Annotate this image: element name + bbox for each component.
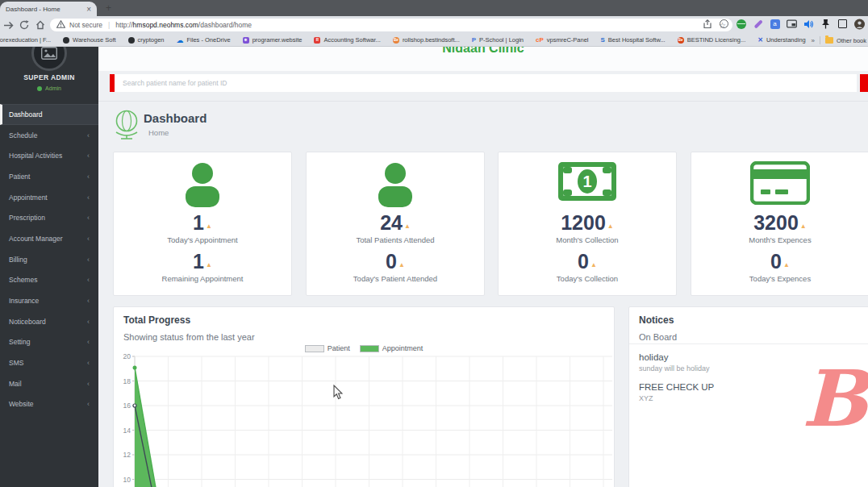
sidebar-item-schemes[interactable]: Schemes‹ [0, 270, 98, 291]
notice-description: XYZ [639, 394, 714, 402]
triangle-up-icon: ▲ [590, 261, 597, 268]
notice-title: holiday [639, 352, 710, 362]
bookmark-item[interactable]: BeBESTIND Licensing... [678, 36, 746, 44]
online-status-dot [37, 86, 42, 91]
breadcrumb: Home [148, 128, 169, 137]
bookmark-item[interactable]: RAccounting Softwar... [314, 36, 380, 44]
stat-label: Month's Collection [499, 235, 676, 244]
chevron-left-icon: ‹ [87, 214, 90, 222]
bookmark-item[interactable]: SBest Hospital Softw... [600, 36, 665, 44]
sidebar-item-noticeboard[interactable]: Noticeboard‹ [0, 311, 98, 332]
sidebar-item-account-manager[interactable]: Account Manager‹ [0, 228, 98, 249]
sidebar-item-mail[interactable]: Mail‹ [0, 373, 98, 394]
sidebar-item-sms[interactable]: SMS‹ [0, 352, 98, 373]
favicon: P [472, 36, 476, 44]
bookmark-item[interactable]: cryptogen [128, 36, 165, 44]
sidebar-item-dashboard[interactable]: Dashboard [0, 104, 98, 125]
chevron-left-icon: ‹ [87, 152, 90, 160]
sidebar-item-insurance[interactable]: Insurance‹ [0, 290, 98, 311]
circle-extension-icon[interactable] [719, 19, 729, 29]
sidebar: SUPER ADMIN Admin DashboardSchedule‹Hosp… [0, 47, 98, 487]
tab-title: Dashboard - Home [6, 6, 61, 13]
other-bookmarks[interactable]: Other book [825, 37, 866, 44]
bookmark-item[interactable]: ☁Files - OneDrive [177, 36, 231, 44]
notices-subtitle: On Board [639, 332, 677, 342]
reload-icon[interactable] [16, 20, 32, 30]
stat-value: 0 [770, 250, 782, 273]
triangle-up-icon: ▲ [404, 223, 411, 230]
sidebar-item-appointment[interactable]: Appointment‹ [0, 187, 98, 208]
address-bar[interactable]: Not secure | http://hmsopd.neohms.com/da… [50, 19, 732, 31]
pip-icon[interactable] [787, 19, 797, 29]
home-icon[interactable] [32, 20, 48, 30]
image-placeholder-icon [41, 47, 57, 60]
chevron-left-icon: ‹ [87, 276, 90, 284]
stat-value: 1200 [561, 211, 606, 234]
pin-extension-icon[interactable] [820, 19, 831, 29]
cloud-favicon: ☁ [177, 37, 184, 44]
forward-icon[interactable] [0, 21, 16, 30]
stat-label: Month's Expences [691, 235, 868, 244]
chevron-left-icon: ‹ [87, 318, 90, 326]
legend-patient: Patient [305, 344, 350, 352]
progress-subtitle: Showing status from the last year [123, 332, 255, 342]
sidebar-item-billing[interactable]: Billing‹ [0, 249, 98, 270]
pen-extension-icon[interactable] [753, 19, 763, 29]
browser-tab-strip: Dashboard - Home × + [0, 0, 868, 16]
folder-icon [825, 37, 833, 44]
triangle-up-icon: ▲ [206, 261, 212, 268]
person-icon [114, 161, 291, 210]
sidebar-item-website[interactable]: Website‹ [0, 394, 98, 415]
user-role: Admin [0, 85, 98, 91]
triangle-up-icon: ▲ [800, 223, 807, 230]
chevron-left-icon: ‹ [87, 400, 90, 408]
bookmark-item[interactable]: PP-School | Login [472, 36, 524, 44]
progress-chart: 201816141210 [114, 354, 614, 487]
window-extension-icon[interactable] [837, 19, 848, 29]
bookmark-item[interactable]: ✻programer.website [243, 36, 303, 44]
bookmark-item[interactable]: cforexeducation | F... [0, 36, 51, 44]
svg-text:14: 14 [123, 427, 131, 435]
chevron-left-icon: ‹ [87, 194, 90, 202]
stat-value: 0 [386, 250, 397, 273]
new-tab-button[interactable]: + [102, 2, 115, 15]
sidebar-item-patient[interactable]: Patient‹ [0, 166, 98, 187]
notices-panel: Notices On Board holidaysunday will be h… [628, 306, 868, 487]
globe-extension-icon[interactable] [736, 19, 746, 29]
share-icon[interactable] [703, 19, 712, 31]
bookmarks-overflow-icon[interactable]: » [811, 37, 814, 44]
url-divider: | [108, 21, 110, 29]
audio-icon[interactable] [803, 19, 814, 29]
globe-icon [113, 108, 140, 144]
user-avatar[interactable] [31, 47, 67, 71]
chevron-left-icon: ‹ [87, 380, 90, 388]
svg-text:12: 12 [123, 451, 131, 459]
sidebar-item-hospital-activities[interactable]: Hospital Activities‹ [0, 145, 98, 166]
browser-tab[interactable]: Dashboard - Home × [0, 2, 97, 16]
total-progress-panel: Total Progress Showing status from the l… [113, 306, 615, 487]
favicon: cP [536, 36, 544, 44]
svg-text:10: 10 [123, 476, 131, 484]
stat-value: 3200 [753, 211, 799, 234]
bookmark-item[interactable]: Warehouse Soft [63, 36, 116, 44]
triangle-up-icon: ▲ [206, 223, 212, 230]
stat-value: 24 [380, 211, 403, 234]
bookmark-item[interactable]: cPvpsmreC-Panel [536, 36, 588, 44]
sidebar-item-schedule[interactable]: Schedule‹ [0, 125, 98, 146]
stat-label: Total Patients Attended [307, 235, 484, 244]
clinic-title-band: Nidaan Clinic [98, 47, 868, 71]
sidebar-item-prescription[interactable]: Prescription‹ [0, 207, 98, 228]
stat-card: 11200▲Month's Collection0▲Today's Collec… [498, 152, 677, 296]
credit-card-icon [691, 161, 868, 210]
stat-value: 1 [193, 211, 204, 234]
translate-extension-icon[interactable]: a [770, 19, 780, 29]
profile-avatar[interactable] [854, 19, 865, 29]
tab-close-icon[interactable]: × [86, 5, 91, 14]
sidebar-item-setting[interactable]: Setting‹ [0, 332, 98, 353]
favicon: ✻ [243, 37, 249, 44]
triangle-up-icon: ▲ [783, 261, 790, 268]
bookmark-item[interactable]: Berollshop.bestindsoft... [393, 36, 460, 44]
search-button[interactable] [860, 74, 868, 92]
bookmarks-list: cforexeducation | F...Warehouse Softcryp… [0, 36, 820, 44]
search-input[interactable] [115, 79, 857, 87]
